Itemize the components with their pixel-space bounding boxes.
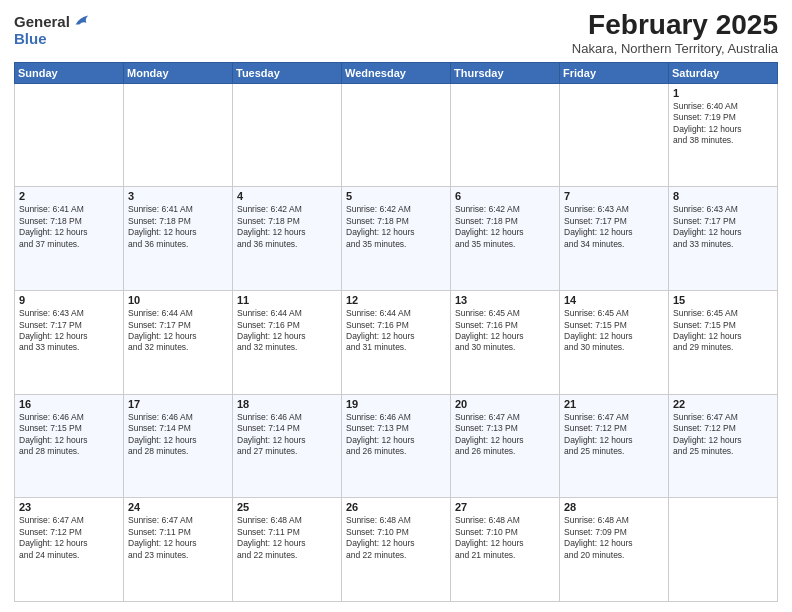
day-number: 4 [237, 190, 337, 202]
col-friday: Friday [560, 62, 669, 83]
day-number: 13 [455, 294, 555, 306]
day-number: 15 [673, 294, 773, 306]
day-info: Sunrise: 6:45 AM Sunset: 7:16 PM Dayligh… [455, 308, 555, 354]
calendar-cell: 5Sunrise: 6:42 AM Sunset: 7:18 PM Daylig… [342, 187, 451, 291]
day-info: Sunrise: 6:45 AM Sunset: 7:15 PM Dayligh… [564, 308, 664, 354]
calendar-cell: 15Sunrise: 6:45 AM Sunset: 7:15 PM Dayli… [669, 291, 778, 395]
header: General Blue February 2025 Nakara, North… [14, 10, 778, 56]
calendar-cell: 27Sunrise: 6:48 AM Sunset: 7:10 PM Dayli… [451, 498, 560, 602]
calendar-header-row: Sunday Monday Tuesday Wednesday Thursday… [15, 62, 778, 83]
day-number: 16 [19, 398, 119, 410]
day-info: Sunrise: 6:42 AM Sunset: 7:18 PM Dayligh… [237, 204, 337, 250]
day-number: 25 [237, 501, 337, 513]
calendar-cell: 28Sunrise: 6:48 AM Sunset: 7:09 PM Dayli… [560, 498, 669, 602]
day-number: 28 [564, 501, 664, 513]
calendar-week-row-1: 1Sunrise: 6:40 AM Sunset: 7:19 PM Daylig… [15, 83, 778, 187]
calendar-cell [451, 83, 560, 187]
calendar-cell: 25Sunrise: 6:48 AM Sunset: 7:11 PM Dayli… [233, 498, 342, 602]
day-info: Sunrise: 6:47 AM Sunset: 7:13 PM Dayligh… [455, 412, 555, 458]
day-number: 23 [19, 501, 119, 513]
calendar-table: Sunday Monday Tuesday Wednesday Thursday… [14, 62, 778, 602]
calendar-cell: 2Sunrise: 6:41 AM Sunset: 7:18 PM Daylig… [15, 187, 124, 291]
day-number: 12 [346, 294, 446, 306]
day-number: 21 [564, 398, 664, 410]
day-number: 1 [673, 87, 773, 99]
calendar-cell: 22Sunrise: 6:47 AM Sunset: 7:12 PM Dayli… [669, 394, 778, 498]
calendar-week-row-5: 23Sunrise: 6:47 AM Sunset: 7:12 PM Dayli… [15, 498, 778, 602]
col-sunday: Sunday [15, 62, 124, 83]
calendar-cell: 12Sunrise: 6:44 AM Sunset: 7:16 PM Dayli… [342, 291, 451, 395]
calendar-cell [669, 498, 778, 602]
calendar-cell [124, 83, 233, 187]
calendar-cell: 16Sunrise: 6:46 AM Sunset: 7:15 PM Dayli… [15, 394, 124, 498]
calendar-cell: 23Sunrise: 6:47 AM Sunset: 7:12 PM Dayli… [15, 498, 124, 602]
col-wednesday: Wednesday [342, 62, 451, 83]
calendar-cell: 3Sunrise: 6:41 AM Sunset: 7:18 PM Daylig… [124, 187, 233, 291]
day-number: 14 [564, 294, 664, 306]
day-number: 19 [346, 398, 446, 410]
day-info: Sunrise: 6:40 AM Sunset: 7:19 PM Dayligh… [673, 101, 773, 147]
day-info: Sunrise: 6:43 AM Sunset: 7:17 PM Dayligh… [673, 204, 773, 250]
calendar-cell [233, 83, 342, 187]
calendar-cell: 14Sunrise: 6:45 AM Sunset: 7:15 PM Dayli… [560, 291, 669, 395]
day-info: Sunrise: 6:43 AM Sunset: 7:17 PM Dayligh… [564, 204, 664, 250]
calendar-cell: 21Sunrise: 6:47 AM Sunset: 7:12 PM Dayli… [560, 394, 669, 498]
day-info: Sunrise: 6:47 AM Sunset: 7:12 PM Dayligh… [19, 515, 119, 561]
calendar-cell: 20Sunrise: 6:47 AM Sunset: 7:13 PM Dayli… [451, 394, 560, 498]
calendar-cell: 17Sunrise: 6:46 AM Sunset: 7:14 PM Dayli… [124, 394, 233, 498]
day-number: 7 [564, 190, 664, 202]
day-info: Sunrise: 6:47 AM Sunset: 7:12 PM Dayligh… [564, 412, 664, 458]
calendar-body: 1Sunrise: 6:40 AM Sunset: 7:19 PM Daylig… [15, 83, 778, 601]
day-info: Sunrise: 6:42 AM Sunset: 7:18 PM Dayligh… [346, 204, 446, 250]
day-number: 27 [455, 501, 555, 513]
calendar-cell: 24Sunrise: 6:47 AM Sunset: 7:11 PM Dayli… [124, 498, 233, 602]
logo-bird-icon [72, 12, 90, 30]
day-number: 18 [237, 398, 337, 410]
day-number: 2 [19, 190, 119, 202]
logo-general-text: General [14, 14, 70, 31]
day-info: Sunrise: 6:47 AM Sunset: 7:12 PM Dayligh… [673, 412, 773, 458]
page: General Blue February 2025 Nakara, North… [0, 0, 792, 612]
day-number: 24 [128, 501, 228, 513]
day-info: Sunrise: 6:44 AM Sunset: 7:16 PM Dayligh… [237, 308, 337, 354]
main-title: February 2025 [572, 10, 778, 41]
calendar-cell [15, 83, 124, 187]
day-info: Sunrise: 6:48 AM Sunset: 7:10 PM Dayligh… [455, 515, 555, 561]
calendar-cell: 1Sunrise: 6:40 AM Sunset: 7:19 PM Daylig… [669, 83, 778, 187]
day-info: Sunrise: 6:46 AM Sunset: 7:15 PM Dayligh… [19, 412, 119, 458]
day-number: 26 [346, 501, 446, 513]
calendar-cell: 4Sunrise: 6:42 AM Sunset: 7:18 PM Daylig… [233, 187, 342, 291]
calendar-week-row-2: 2Sunrise: 6:41 AM Sunset: 7:18 PM Daylig… [15, 187, 778, 291]
logo-blue-text: Blue [14, 31, 90, 48]
calendar-cell: 10Sunrise: 6:44 AM Sunset: 7:17 PM Dayli… [124, 291, 233, 395]
day-number: 11 [237, 294, 337, 306]
day-number: 9 [19, 294, 119, 306]
day-info: Sunrise: 6:45 AM Sunset: 7:15 PM Dayligh… [673, 308, 773, 354]
day-number: 5 [346, 190, 446, 202]
calendar-cell: 18Sunrise: 6:46 AM Sunset: 7:14 PM Dayli… [233, 394, 342, 498]
day-number: 22 [673, 398, 773, 410]
calendar-cell: 7Sunrise: 6:43 AM Sunset: 7:17 PM Daylig… [560, 187, 669, 291]
col-tuesday: Tuesday [233, 62, 342, 83]
col-saturday: Saturday [669, 62, 778, 83]
calendar-cell [560, 83, 669, 187]
day-info: Sunrise: 6:48 AM Sunset: 7:10 PM Dayligh… [346, 515, 446, 561]
calendar-cell: 11Sunrise: 6:44 AM Sunset: 7:16 PM Dayli… [233, 291, 342, 395]
calendar-cell [342, 83, 451, 187]
day-info: Sunrise: 6:41 AM Sunset: 7:18 PM Dayligh… [19, 204, 119, 250]
calendar-cell: 26Sunrise: 6:48 AM Sunset: 7:10 PM Dayli… [342, 498, 451, 602]
day-info: Sunrise: 6:44 AM Sunset: 7:16 PM Dayligh… [346, 308, 446, 354]
day-number: 10 [128, 294, 228, 306]
day-number: 20 [455, 398, 555, 410]
calendar-week-row-3: 9Sunrise: 6:43 AM Sunset: 7:17 PM Daylig… [15, 291, 778, 395]
day-number: 17 [128, 398, 228, 410]
calendar-cell: 19Sunrise: 6:46 AM Sunset: 7:13 PM Dayli… [342, 394, 451, 498]
day-info: Sunrise: 6:42 AM Sunset: 7:18 PM Dayligh… [455, 204, 555, 250]
day-info: Sunrise: 6:46 AM Sunset: 7:13 PM Dayligh… [346, 412, 446, 458]
col-monday: Monday [124, 62, 233, 83]
day-info: Sunrise: 6:46 AM Sunset: 7:14 PM Dayligh… [237, 412, 337, 458]
title-block: February 2025 Nakara, Northern Territory… [572, 10, 778, 56]
day-number: 3 [128, 190, 228, 202]
day-number: 6 [455, 190, 555, 202]
day-info: Sunrise: 6:44 AM Sunset: 7:17 PM Dayligh… [128, 308, 228, 354]
